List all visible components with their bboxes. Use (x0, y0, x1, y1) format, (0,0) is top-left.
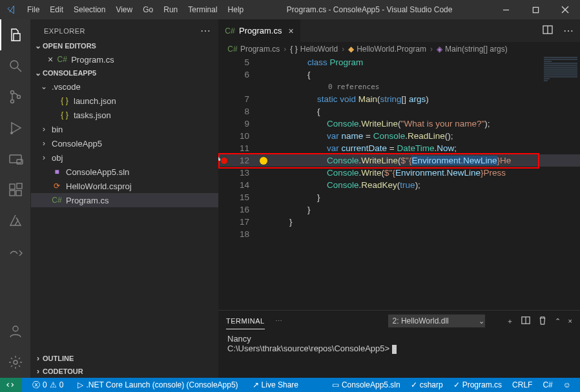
code-line[interactable]: 14 Console.ReadKey(true); (218, 179, 580, 191)
breadcrumb-item[interactable]: C#Program.cs (227, 44, 280, 54)
status-bar: ⓧ 0 ⚠ 0 ▷.NET Core Launch (console) (Con… (0, 378, 580, 392)
outline-header[interactable]: › OUTLINE (31, 352, 218, 365)
code-line[interactable]: 10 var name = Console.ReadLine(); (218, 130, 580, 142)
tree-item-label: obj (52, 153, 63, 163)
close-panel-icon[interactable]: × (568, 317, 572, 325)
breadcrumb: C#Program.cs › { }HelloWorld › ◆HelloWor… (218, 42, 580, 56)
status-liveshare[interactable]: ↗Live Share (249, 378, 302, 392)
code-line[interactable]: 6{ (218, 68, 580, 81)
tree-file[interactable]: { }tasks.json (31, 108, 218, 122)
status-problems[interactable]: ⓧ 0 ⚠ 0 (28, 378, 67, 392)
activity-bar (0, 19, 31, 378)
tree-folder[interactable]: ⌄.vscode (31, 79, 218, 94)
codetour-header[interactable]: › CODETOUR (31, 365, 218, 378)
tree-item-label: .vscode (52, 82, 81, 92)
code-line[interactable]: 15 } (218, 191, 580, 203)
close-tab-icon[interactable]: × (288, 26, 293, 36)
activity-extensions[interactable] (0, 174, 31, 205)
split-terminal-icon[interactable] (521, 316, 530, 326)
code-line[interactable]: 5class Program (218, 56, 580, 68)
activity-explorer[interactable] (0, 19, 31, 50)
tree-item-label: ConsoleApp5 (52, 139, 102, 149)
code-line[interactable]: 8 { (218, 105, 580, 118)
activity-remote[interactable] (0, 143, 31, 174)
activity-liveshare[interactable] (0, 236, 31, 267)
editor-tab[interactable]: C# Program.cs × (218, 19, 301, 42)
status-launch[interactable]: ▷.NET Core Launch (console) (ConsoleApp5… (74, 378, 242, 392)
open-editor-item[interactable]: × C# Program.cs (31, 52, 218, 67)
tree-file[interactable]: ■ConsoleApp5.sln (31, 165, 218, 179)
panel-more-icon[interactable]: ⋯ (275, 317, 283, 325)
activity-account[interactable] (0, 316, 31, 347)
menu-help[interactable]: Help (223, 3, 249, 17)
editor-tabs: C# Program.cs × ⋯ (218, 19, 580, 42)
tree-file[interactable]: C#Program.cs (31, 193, 218, 207)
code-line[interactable]: 9 Console.WriteLine("What is your name?"… (218, 118, 580, 130)
minimize-button[interactable] (491, 0, 521, 19)
menu-go[interactable]: Go (138, 3, 158, 17)
tree-folder[interactable]: ›bin (31, 122, 218, 136)
chevron-down-icon (34, 68, 43, 77)
close-button[interactable] (550, 0, 580, 19)
tree-file[interactable]: { }launch.json (31, 94, 218, 108)
breadcrumb-item[interactable]: { }HelloWorld (290, 45, 338, 54)
maximize-button[interactable] (521, 0, 550, 19)
menu-run[interactable]: Run (159, 3, 182, 17)
status-eol[interactable]: CRLF (508, 378, 536, 392)
breadcrumb-item[interactable]: ◆HelloWorld.Program (348, 45, 426, 54)
code-line[interactable]: 11 var currentDate = DateTime.Now; (218, 142, 580, 154)
workspace-header[interactable]: CONSOLEAPP5 (31, 67, 218, 79)
json-file-icon: { } (59, 110, 70, 120)
code-line[interactable]: 16} (218, 203, 580, 216)
editor-body[interactable]: 5class Program6{0 references7 static voi… (218, 56, 580, 310)
kill-terminal-icon[interactable] (538, 316, 547, 326)
activity-search[interactable] (0, 50, 31, 81)
lightbulb-icon[interactable] (260, 157, 267, 165)
breakpoint-icon[interactable] (221, 158, 227, 164)
menu-terminal[interactable]: Terminal (183, 3, 222, 17)
status-solution[interactable]: ▭ConsoleApp5.sln (328, 378, 404, 392)
status-file[interactable]: ✓ Program.cs (450, 378, 506, 392)
sln-file-icon: ■ (52, 167, 62, 177)
editor-area: C# Program.cs × ⋯ C#Program.cs › { }Hell… (218, 19, 580, 378)
tree-folder[interactable]: ›obj (31, 150, 218, 165)
menu-selection[interactable]: Selection (69, 3, 110, 17)
svg-rect-10 (10, 155, 21, 163)
activity-source-control[interactable] (0, 81, 31, 112)
code-line[interactable]: 13 Console.Write($"{Environment.NewLine}… (218, 167, 580, 179)
terminal-selector[interactable]: 2: HelloWorld.dll (388, 315, 485, 327)
code-line[interactable]: 17} (218, 216, 580, 228)
new-terminal-icon[interactable]: ＋ (506, 316, 513, 326)
more-icon[interactable]: ⋯ (563, 25, 574, 37)
menu-edit[interactable]: Edit (45, 3, 68, 17)
svg-point-6 (11, 91, 14, 94)
terminal-tab[interactable]: TERMINAL (226, 317, 265, 329)
maximize-panel-icon[interactable]: ⌃ (555, 317, 561, 325)
menu-file[interactable]: File (23, 3, 44, 17)
tree-item-label: HelloWorld.csproj (66, 181, 132, 191)
code-line[interactable]: 7 static void Main(string[] args) (218, 93, 580, 105)
activity-azure[interactable] (0, 205, 31, 236)
menu-view[interactable]: View (111, 3, 137, 17)
status-lang-server[interactable]: ✓ csharp (407, 378, 447, 392)
code-line[interactable]: 18 (218, 228, 580, 240)
terminal-body[interactable]: Nancy C:\Users\thrak\source\repos\Consol… (218, 331, 580, 378)
tree-file[interactable]: ⟳HelloWorld.csproj (31, 179, 218, 193)
class-icon: ◆ (348, 45, 354, 54)
svg-rect-13 (10, 191, 15, 196)
status-feedback-icon[interactable]: ☺ (559, 378, 575, 392)
sidebar-more-icon[interactable]: ⋯ (200, 25, 211, 37)
activity-settings[interactable] (0, 347, 31, 378)
minimap[interactable] (541, 56, 580, 121)
split-editor-icon[interactable] (543, 25, 553, 37)
status-language[interactable]: C# (539, 378, 556, 392)
close-icon[interactable]: × (48, 54, 53, 65)
open-editors-header[interactable]: OPEN EDITORS (31, 39, 218, 52)
chevron-down-icon (34, 41, 43, 50)
remote-indicator[interactable] (0, 378, 22, 392)
activity-run-debug[interactable] (0, 112, 31, 143)
tree-folder[interactable]: ›ConsoleApp5 (31, 136, 218, 150)
code-line[interactable]: 12 Console.WriteLine($"{Environment.NewL… (218, 154, 580, 167)
breadcrumb-item[interactable]: ◈Main(string[] args) (437, 45, 508, 54)
chevron-right-icon: › (34, 354, 43, 363)
